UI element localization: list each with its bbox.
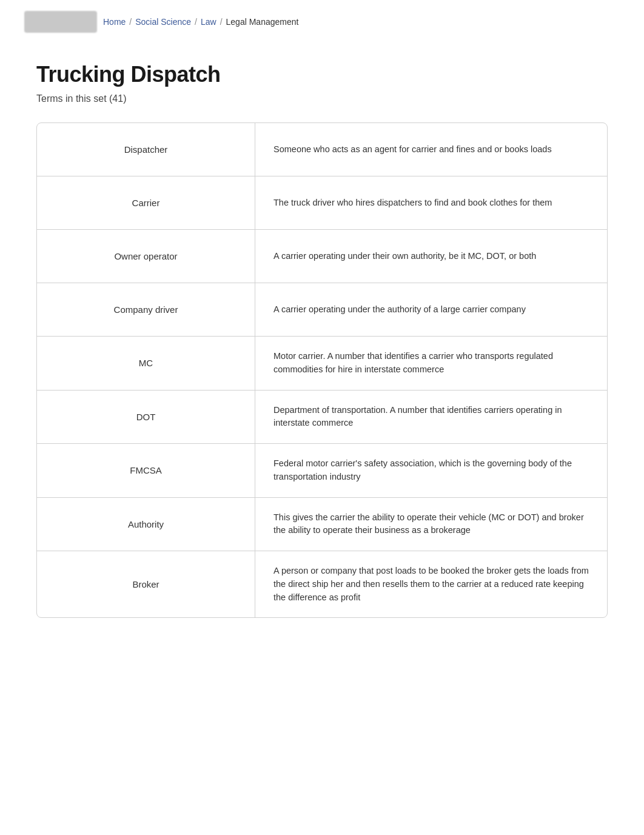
terms-count: Terms in this set (41) — [36, 93, 608, 104]
page-title: Trucking Dispatch — [36, 62, 608, 87]
table-row: AuthorityThis gives the carrier the abil… — [37, 498, 607, 552]
term-cell: Owner operator — [37, 230, 255, 283]
breadcrumb-social-science[interactable]: Social Science — [135, 17, 191, 27]
table-row: DispatcherSomeone who acts as an agent f… — [37, 123, 607, 176]
definition-cell: A person or company that post loads to b… — [255, 551, 607, 617]
definition-cell: This gives the carrier the ability to op… — [255, 498, 607, 551]
table-row: Company driverA carrier operating under … — [37, 283, 607, 337]
definition-cell: Department of transportation. A number t… — [255, 391, 607, 444]
table-row: Owner operatorA carrier operating under … — [37, 230, 607, 283]
definition-cell: Federal motor carrier's safety associati… — [255, 444, 607, 497]
main-content: Trucking Dispatch Terms in this set (41)… — [0, 44, 644, 654]
term-cell: FMCSA — [37, 444, 255, 497]
breadcrumb: Home / Social Science / Law / Legal Mana… — [0, 0, 644, 44]
term-cell: Company driver — [37, 283, 255, 336]
breadcrumb-sep-2: / — [195, 17, 197, 27]
term-cell: Dispatcher — [37, 123, 255, 176]
table-row: BrokerA person or company that post load… — [37, 551, 607, 617]
definition-cell: Motor carrier. A number that identifies … — [255, 337, 607, 390]
definition-cell: A carrier operating under the authority … — [255, 283, 607, 336]
table-row: FMCSAFederal motor carrier's safety asso… — [37, 444, 607, 498]
table-row: CarrierThe truck driver who hires dispat… — [37, 176, 607, 230]
definition-cell: A carrier operating under their own auth… — [255, 230, 607, 283]
flashcard-container: DispatcherSomeone who acts as an agent f… — [36, 122, 608, 618]
breadcrumb-law[interactable]: Law — [201, 17, 216, 27]
term-cell: DOT — [37, 391, 255, 444]
definition-cell: Someone who acts as an agent for carrier… — [255, 123, 607, 176]
breadcrumb-sep-3: / — [220, 17, 223, 27]
table-row: MCMotor carrier. A number that identifie… — [37, 337, 607, 391]
breadcrumb-sep-1: / — [129, 17, 132, 27]
term-cell: Carrier — [37, 176, 255, 229]
term-cell: Authority — [37, 498, 255, 551]
term-cell: Broker — [37, 551, 255, 617]
table-row: DOTDepartment of transportation. A numbe… — [37, 391, 607, 444]
definition-cell: The truck driver who hires dispatchers t… — [255, 176, 607, 229]
breadcrumb-current: Legal Management — [226, 17, 299, 27]
site-logo — [24, 11, 97, 33]
breadcrumb-home[interactable]: Home — [103, 17, 126, 27]
term-cell: MC — [37, 337, 255, 390]
